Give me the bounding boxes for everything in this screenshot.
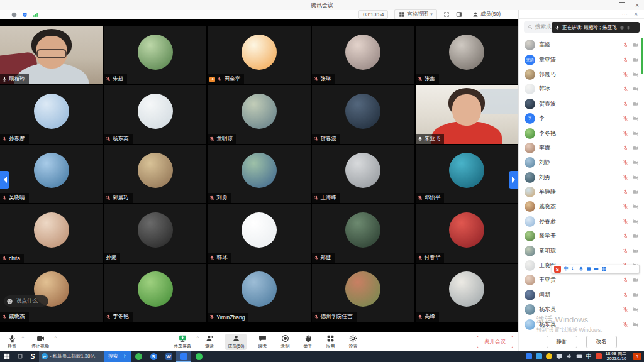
video-tile[interactable]: 张鑫	[416, 26, 518, 84]
taskbar-app-tencent-meeting[interactable]	[176, 351, 191, 362]
video-tile[interactable]: chita	[0, 204, 103, 262]
video-tile[interactable]: 郑健	[312, 204, 414, 262]
security-shield-icon[interactable]	[22, 12, 28, 18]
fullscreen-icon[interactable]	[443, 11, 450, 18]
scrollbar-thumb[interactable]	[641, 38, 643, 74]
video-tile[interactable]: 童明琼	[208, 85, 310, 143]
ime-tools-icon[interactable]	[601, 266, 606, 272]
ime-mic-icon[interactable]	[579, 266, 584, 272]
toolbar-invite[interactable]: 邀请	[203, 334, 216, 350]
app-yellow-tray-icon[interactable]	[546, 353, 552, 359]
taskbar-app-word[interactable]: W	[161, 351, 176, 362]
toolbar-camera[interactable]: 停止视频^	[29, 334, 52, 350]
member-row[interactable]: 贺春波	[519, 97, 644, 111]
leave-meeting-button[interactable]: 离开会议	[477, 336, 513, 348]
ime-moon-icon[interactable]	[571, 266, 576, 272]
member-row[interactable]: 牟静静	[519, 185, 644, 199]
toolbar-chat[interactable]: 聊天	[255, 334, 269, 350]
member-row[interactable]: 闫新	[519, 288, 644, 302]
video-tile[interactable]: 杨东英	[104, 85, 206, 143]
view-mode-selector[interactable]: 宫格视图 ▾	[394, 9, 437, 19]
chevron-up-icon[interactable]: ^	[55, 336, 57, 340]
taskbar-clock[interactable]: 18:08 周二 2023/1/10	[606, 351, 626, 362]
video-tile[interactable]: YiminZhang	[208, 264, 310, 322]
network-signal-icon[interactable]	[33, 12, 38, 18]
video-tile[interactable]: 刘勇	[208, 145, 310, 203]
video-tile[interactable]: 邓怡平	[416, 145, 518, 203]
keyboard-tray-icon[interactable]	[576, 353, 582, 359]
ime-toolbar[interactable]: S 中	[552, 265, 640, 273]
video-tile[interactable]: 付春华	[416, 204, 518, 262]
video-tile[interactable]: 顾相玲	[0, 26, 103, 84]
maximize-icon[interactable]	[619, 2, 625, 8]
network-tray-icon[interactable]	[556, 353, 562, 359]
toolbar-raise-hand[interactable]: 举手	[301, 334, 314, 350]
video-tile[interactable]: 张琳	[312, 26, 414, 84]
taskbar-app-sogou-browser[interactable]: S	[146, 351, 161, 362]
taskbar-search-box[interactable]: e - 私募员工捐款1.38亿 搜索一下	[39, 351, 131, 362]
video-tile[interactable]: 孙春彦	[0, 85, 103, 143]
member-row[interactable]: 郭晨巧	[519, 67, 644, 82]
toolbar-share-screen[interactable]: 共享屏幕^	[171, 334, 194, 350]
info-icon[interactable]	[11, 12, 17, 18]
sogou-tray-icon[interactable]	[596, 353, 602, 359]
meeting-mini-tray-icon[interactable]	[526, 353, 532, 359]
member-row[interactable]: 刘静	[519, 155, 644, 170]
next-page-arrow[interactable]	[509, 171, 518, 189]
video-tile[interactable]: 戚晓杰	[0, 264, 103, 322]
ime-language-indicator[interactable]: 中	[586, 353, 592, 361]
member-row[interactable]: 刘勇	[519, 170, 644, 185]
video-tile[interactable]: 田金举	[208, 26, 310, 84]
video-tile[interactable]: 李冬艳	[104, 264, 206, 322]
members-toggle[interactable]: 成员(50)	[469, 10, 504, 19]
member-row[interactable]: 韩冰	[519, 82, 644, 96]
video-tile[interactable]: 朱亚飞	[416, 85, 518, 143]
member-row[interactable]: 孙春彦	[519, 214, 644, 229]
toolbar-apps[interactable]: 应用	[323, 334, 337, 350]
task-view-button[interactable]	[14, 351, 26, 362]
minimize-icon[interactable]: —	[602, 2, 609, 9]
video-tile[interactable]: 王海峰	[312, 145, 414, 203]
taskbar-app-browser-360[interactable]	[131, 351, 146, 362]
chevron-up-icon[interactable]: ^	[22, 336, 24, 340]
video-tile[interactable]: 韩冰	[208, 204, 310, 262]
toolbar-settings[interactable]: 设置	[346, 334, 360, 350]
video-tile[interactable]: 高峰	[416, 264, 518, 322]
member-row[interactable]: 李冬艳	[519, 126, 644, 140]
member-row[interactable]: 李李	[519, 111, 644, 126]
app-blue-tray-icon[interactable]	[536, 353, 542, 359]
sogou-taskbar-icon[interactable]: S	[26, 351, 39, 362]
member-row[interactable]: 李娜	[519, 141, 644, 155]
member-row[interactable]: 滕学开	[519, 229, 644, 243]
member-row[interactable]: 童明琼	[519, 243, 644, 258]
toolbar-mic[interactable]: 静音^	[5, 334, 19, 350]
ime-mode-indicator[interactable]: 中	[564, 266, 569, 272]
quick-chat-bubble[interactable]: 说点什么...	[4, 295, 48, 307]
video-tile[interactable]: 孙婉	[104, 204, 206, 262]
rename-member-button[interactable]: 改名	[586, 336, 617, 348]
start-button[interactable]	[0, 351, 14, 362]
taskbar-search-button[interactable]: 搜索一下	[104, 351, 131, 362]
close-icon[interactable]: ×	[635, 2, 639, 9]
ime-emoji-icon[interactable]	[586, 266, 591, 272]
prev-page-arrow[interactable]	[0, 171, 9, 189]
video-tile[interactable]: 贺春波	[312, 85, 414, 143]
toolbar-record[interactable]: 录制	[278, 334, 292, 350]
volume-tray-icon[interactable]	[566, 353, 572, 359]
member-row[interactable]: 王亚贵	[519, 273, 644, 287]
more-options-icon[interactable]: ···	[621, 11, 628, 18]
member-row[interactable]: 戚晓杰	[519, 199, 644, 214]
side-panel-toggle-icon[interactable]	[456, 11, 462, 18]
ime-keyboard-icon[interactable]	[594, 266, 599, 272]
toolbar-members[interactable]: 成员(50)	[225, 334, 247, 350]
video-tile[interactable]: 德州学院任吉	[312, 264, 414, 322]
video-tile[interactable]: 郭晨巧	[104, 145, 206, 203]
chevron-up-icon[interactable]: ^	[197, 336, 199, 340]
notification-badge[interactable]: 5	[633, 353, 641, 360]
video-tile[interactable]: 吴晓晴	[0, 145, 103, 203]
member-row[interactable]: 高峰	[519, 38, 644, 52]
close-panel-icon[interactable]: ×	[634, 11, 638, 18]
taskbar-app-wechat[interactable]	[191, 351, 206, 362]
video-tile[interactable]: 朱超	[104, 26, 206, 84]
member-row[interactable]: 亚清章亚清	[519, 52, 644, 67]
